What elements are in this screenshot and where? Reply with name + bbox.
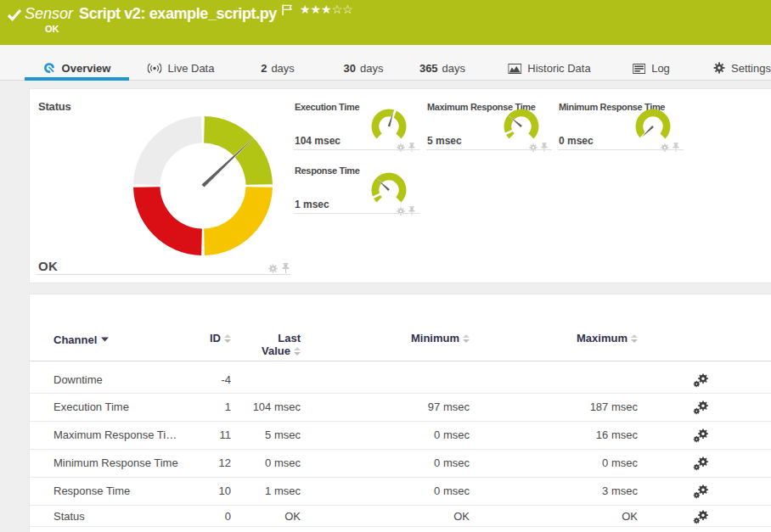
cell-last-value	[216, 361, 301, 393]
cell-minimum: 0 msec	[342, 478, 470, 505]
sensor-status-badge: OK	[45, 24, 59, 34]
tab-2-days-label: days	[271, 62, 294, 75]
gauge-tile-divider	[294, 149, 419, 150]
table-row[interactable]: Maximum Response Time 11 5 msec 0 msec 1…	[30, 422, 771, 450]
column-header-minimum-label: Minimum	[411, 332, 459, 344]
tab-historic-data[interactable]: Historic Data	[508, 45, 590, 80]
channel-settings-icon[interactable]	[687, 422, 714, 449]
status-check-icon	[7, 8, 22, 25]
status-gauge	[130, 113, 276, 259]
channel-settings-icon[interactable]	[687, 361, 714, 393]
tab-30-days[interactable]: 30 days	[344, 45, 384, 80]
cell-minimum: OK	[342, 506, 470, 526]
tab-log-label: Log	[651, 62, 670, 75]
channel-settings-icon[interactable]	[687, 506, 714, 526]
table-row[interactable]: Downtime -4	[30, 361, 771, 394]
status-tile-divider	[37, 274, 290, 275]
cell-minimum: 0 msec	[342, 422, 470, 449]
table-row[interactable]: Minimum Response Time 12 0 msec 0 msec 0…	[30, 450, 771, 478]
cell-maximum: 3 msec	[510, 478, 638, 505]
tab-settings[interactable]: Settings	[713, 45, 771, 80]
gear-icon	[713, 62, 725, 74]
sort-icon	[224, 333, 231, 345]
log-icon	[633, 64, 645, 74]
tab-bar: Overview Live Data 2 days 30 days 365	[0, 45, 771, 81]
priority-stars[interactable]: ★★★☆☆	[300, 3, 353, 16]
tab-overview[interactable]: Overview	[25, 45, 129, 80]
table-row[interactable]: Response Time 10 1 msec 0 msec 3 msec	[30, 478, 771, 506]
gauge-tile-value: 104 msec	[295, 135, 340, 147]
sensor-header-bar: Sensor Script v2: example_script.py ★★★☆…	[0, 0, 771, 45]
cell-channel: Response Time	[53, 478, 181, 505]
flag-icon[interactable]	[282, 4, 293, 20]
table-row[interactable]: Execution Time 1 104 msec 97 msec 187 ms…	[30, 394, 771, 422]
sensor-overview-page: Sensor Script v2: example_script.py ★★★☆…	[0, 0, 771, 532]
cell-maximum: 187 msec	[510, 394, 638, 421]
channels-table-panel: Channel ID Last Value Minimum Maximum Do…	[29, 294, 771, 532]
gauge-tile-maximum-response-time: Maximum Response Time 5 msec	[426, 96, 552, 160]
cell-maximum: OK	[510, 506, 638, 526]
gauge-tile-minimum-response-time: Minimum Response Time 0 msec	[558, 96, 684, 160]
tab-2-days-number: 2	[261, 62, 267, 75]
gauges-panel: Status OK	[29, 88, 771, 283]
live-data-icon	[148, 63, 162, 74]
tab-live-data-label: Live Data	[168, 62, 215, 75]
sort-icon	[294, 345, 301, 358]
tab-overview-label: Overview	[62, 62, 111, 75]
pin-icon[interactable]	[408, 140, 415, 155]
pin-icon[interactable]	[541, 140, 548, 155]
cell-maximum: 16 msec	[510, 422, 638, 449]
cell-minimum: 97 msec	[342, 394, 470, 421]
pin-icon[interactable]	[408, 204, 415, 219]
gauge-tile-value: 1 msec	[295, 199, 329, 210]
gauge-tile-execution-time: Execution Time 104 msec	[294, 96, 419, 160]
cell-channel: Downtime	[53, 361, 181, 393]
table-body: Downtime -4 Execution Time 1 104 msec 97…	[30, 361, 771, 527]
sort-icon	[631, 333, 638, 345]
tab-365-days-label: days	[442, 62, 465, 75]
object-kind-label: Sensor	[25, 3, 73, 24]
gauge-tile-divider	[294, 213, 419, 214]
cell-minimum	[342, 361, 470, 393]
tab-365-days[interactable]: 365 days	[419, 45, 465, 80]
gear-icon[interactable]	[397, 140, 405, 155]
column-header-id-label: ID	[210, 332, 221, 344]
gauge-icon	[43, 62, 56, 74]
column-header-maximum-label: Maximum	[577, 332, 627, 344]
gauge-tile-divider	[558, 149, 684, 150]
status-tile-value: OK	[38, 259, 58, 273]
cell-last-value: 0 msec	[216, 450, 301, 477]
gear-icon[interactable]	[661, 140, 669, 155]
table-row[interactable]: Status 0 OK OK OK	[30, 506, 771, 527]
cell-channel: Status	[53, 506, 181, 526]
page-title: Script v2: example_script.py	[79, 3, 277, 24]
tab-2-days[interactable]: 2 days	[261, 45, 295, 80]
tab-30-days-number: 30	[344, 62, 356, 75]
sort-icon	[463, 333, 470, 345]
historic-data-icon	[508, 64, 521, 74]
column-header-channel-label: Channel	[53, 333, 97, 346]
channel-settings-icon[interactable]	[687, 394, 714, 421]
cell-last-value: OK	[216, 506, 301, 526]
status-tile-title: Status	[38, 100, 71, 113]
cell-last-value: 1 msec	[216, 478, 301, 505]
tab-live-data[interactable]: Live Data	[148, 45, 215, 80]
cell-minimum: 0 msec	[342, 450, 470, 477]
cell-maximum: 0 msec	[510, 450, 638, 477]
gauge-tile-value: 0 msec	[559, 135, 594, 147]
pin-icon[interactable]	[673, 140, 679, 155]
tab-settings-label: Settings	[731, 62, 771, 75]
channel-settings-icon[interactable]	[687, 450, 714, 477]
gauge-tile-divider	[426, 149, 552, 150]
chevron-down-icon	[101, 332, 109, 344]
gear-icon[interactable]	[529, 140, 537, 155]
tab-log[interactable]: Log	[633, 45, 670, 80]
cell-last-value: 104 msec	[216, 394, 301, 421]
tab-365-days-number: 365	[419, 62, 438, 75]
channel-settings-icon[interactable]	[687, 478, 714, 505]
gauge-tile-title: Response Time	[295, 165, 360, 176]
gear-icon[interactable]	[397, 204, 405, 219]
gauge-tile-response-time: Response Time 1 msec	[294, 160, 419, 223]
cell-channel: Minimum Response Time	[53, 450, 181, 477]
cell-last-value: 5 msec	[216, 422, 301, 449]
